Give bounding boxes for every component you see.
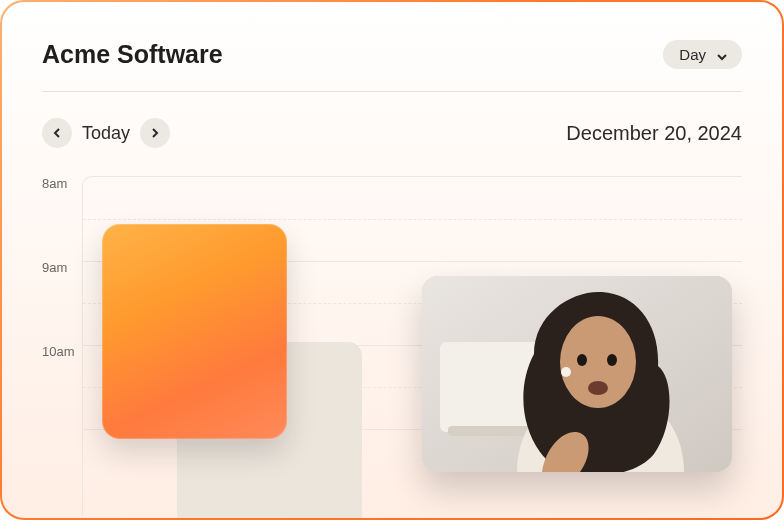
grid-line [83,219,742,220]
svg-point-7 [561,367,571,377]
view-selector[interactable]: Day [663,40,742,69]
calendar: 8am 9am 10am [42,176,742,516]
header: Acme Software Day [42,40,742,69]
video-participant-thumbnail[interactable] [422,276,732,472]
next-day-button[interactable] [140,118,170,148]
time-label: 9am [42,260,67,275]
chevron-right-icon [149,127,161,139]
time-label: 8am [42,176,67,191]
svg-point-5 [607,354,617,366]
page-title: Acme Software [42,40,223,69]
svg-point-4 [577,354,587,366]
prev-day-button[interactable] [42,118,72,148]
svg-point-6 [588,381,608,395]
app-frame: Acme Software Day Today December 20, 202… [0,0,784,520]
calendar-event-screenshare[interactable] [102,224,287,439]
date-label: December 20, 2024 [566,122,742,145]
person-icon [422,276,732,472]
time-label: 10am [42,344,75,359]
chevron-left-icon [51,127,63,139]
chevron-down-icon [716,49,728,61]
toolbar-left: Today [42,118,170,148]
divider [42,91,742,92]
app-card: Acme Software Day Today December 20, 202… [2,2,782,518]
toolbar: Today December 20, 2024 [42,118,742,148]
view-selector-label: Day [679,46,706,63]
today-label: Today [82,123,130,144]
